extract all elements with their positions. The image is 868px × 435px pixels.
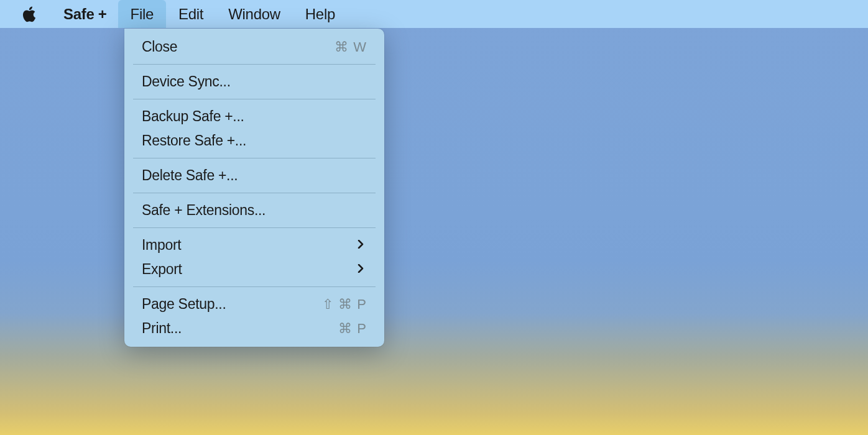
menu-edit[interactable]: Edit	[166, 0, 216, 28]
menu-item-label: Delete Safe +...	[142, 167, 367, 184]
menu-separator	[133, 286, 376, 287]
menu-separator	[133, 64, 376, 65]
menu-item-delete[interactable]: Delete Safe +...	[124, 163, 384, 188]
menu-item-label: Print...	[142, 320, 338, 337]
menubar: Safe + File Edit Window Help	[0, 0, 868, 28]
menu-item-page-setup[interactable]: Page Setup... ⇧ ⌘ P	[124, 292, 384, 316]
menu-item-backup[interactable]: Backup Safe +...	[124, 104, 384, 129]
menu-item-label: Device Sync...	[142, 73, 367, 90]
chevron-right-icon	[357, 239, 366, 252]
menu-window[interactable]: Window	[216, 0, 293, 28]
menu-item-print[interactable]: Print... ⌘ P	[124, 316, 384, 341]
menu-separator	[133, 99, 376, 99]
menu-help[interactable]: Help	[293, 0, 348, 28]
menu-item-label: Close	[142, 39, 335, 55]
menu-item-shortcut: ⌘ P	[338, 321, 367, 337]
menu-item-label: Export	[142, 261, 357, 278]
menu-item-label: Backup Safe +...	[142, 108, 367, 125]
menu-separator	[133, 158, 376, 158]
menu-item-device-sync[interactable]: Device Sync...	[124, 70, 384, 94]
menu-item-label: Import	[142, 237, 357, 254]
file-dropdown: Close ⌘ W Device Sync... Backup Safe +..…	[124, 29, 384, 347]
menu-item-restore[interactable]: Restore Safe +...	[124, 129, 384, 153]
menu-item-label: Safe + Extensions...	[142, 202, 367, 219]
menu-item-shortcut: ⇧ ⌘ P	[322, 296, 367, 313]
menu-item-import[interactable]: Import	[124, 233, 384, 257]
menu-separator	[133, 193, 376, 193]
menu-item-extensions[interactable]: Safe + Extensions...	[124, 198, 384, 222]
menu-item-close[interactable]: Close ⌘ W	[124, 35, 384, 59]
menu-separator	[133, 227, 376, 228]
menu-item-export[interactable]: Export	[124, 257, 384, 282]
menu-file[interactable]: File	[118, 0, 166, 28]
app-name[interactable]: Safe +	[63, 6, 107, 23]
menu-item-label: Page Setup...	[142, 296, 322, 313]
menu-item-label: Restore Safe +...	[142, 132, 367, 149]
apple-logo-icon[interactable]	[21, 6, 37, 22]
chevron-right-icon	[357, 263, 366, 276]
menu-item-shortcut: ⌘ W	[335, 39, 367, 55]
